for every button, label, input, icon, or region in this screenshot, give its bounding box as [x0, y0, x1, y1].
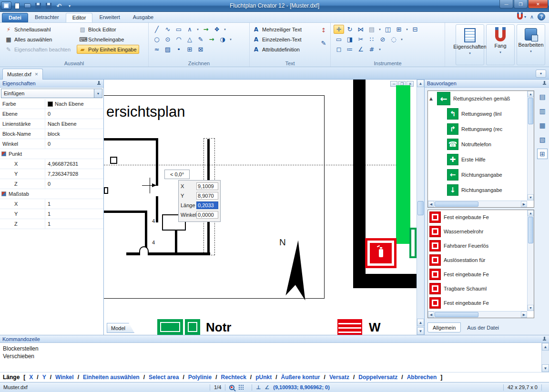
y-input[interactable]: 8,9070 [196, 192, 218, 200]
pin-icon[interactable] [542, 337, 547, 342]
template-item[interactable]: ↰ Rettungsweg (linl [428, 106, 527, 121]
arrow-tool-icon[interactable]: → [201, 25, 211, 34]
list-vertical-scrollbar[interactable]: ▲ ▼ [527, 210, 534, 311]
dropdown-icon[interactable]: ▾ [195, 25, 200, 34]
block-create-icon[interactable]: ⊠ [195, 45, 206, 54]
template-item-root[interactable]: ▲ ← Rettungszeichen gemäß [428, 91, 527, 106]
template-item[interactable]: ✚ Erste Hilfe [428, 152, 527, 167]
poly-einheit-eingabe-button[interactable]: ▰Poly Einheit Eingabe [77, 45, 139, 54]
list-panel-icon[interactable]: ▦ [537, 120, 548, 131]
line-tool-icon[interactable]: ╱ [152, 25, 162, 34]
move-tool-icon[interactable]: ✛ [334, 25, 344, 34]
command-option[interactable]: Abbrechen [401, 374, 437, 381]
tab-datei[interactable]: Datei [2, 13, 28, 22]
property-row[interactable]: Linienstärke Nach Ebene [0, 119, 103, 129]
command-option[interactable]: Einheiten auswählen [78, 374, 140, 381]
property-row[interactable]: X 1 [0, 199, 103, 209]
measure-tool-icon[interactable]: ≔ [345, 45, 355, 54]
copy-tool-icon[interactable]: ◫ [383, 25, 393, 34]
pattern-tool-icon[interactable]: ❖ [212, 25, 222, 34]
ellipse-tool-icon[interactable]: ⊙ [163, 35, 173, 44]
scroll-left-icon[interactable]: ◀ [428, 312, 434, 318]
block-insert-icon[interactable]: ⊞ [184, 45, 195, 54]
scroll-down-icon[interactable]: ▼ [528, 305, 534, 311]
command-option[interactable]: Winkel [50, 374, 74, 381]
offset-tool-icon[interactable]: ∷ [366, 35, 377, 44]
tab-ausgabe[interactable]: Ausgabe [127, 13, 160, 22]
polygon-tool-icon[interactable]: △ [184, 35, 195, 44]
arc-tool-icon[interactable]: ◠ [173, 35, 184, 44]
block-editor-button[interactable]: ▧Block Editor [77, 25, 139, 34]
tab-aus-der-datei[interactable]: Aus der Datei [462, 322, 504, 332]
undo-icon[interactable]: ↶ [54, 1, 64, 10]
property-row[interactable]: Farbe Nach Ebene [0, 99, 103, 109]
open-file-icon[interactable] [23, 1, 32, 10]
command-option[interactable]: Äußere kontur [275, 374, 320, 381]
dropdown-icon[interactable]: ▾ [377, 25, 382, 34]
align-tool-icon[interactable]: ◨ [345, 35, 355, 44]
command-option[interactable]: Doppelversatz [353, 374, 397, 381]
subtract-tool-icon[interactable]: ⊟ [410, 25, 420, 34]
command-option[interactable]: pUnkt [250, 374, 272, 381]
canvas-vertical-scrollbar[interactable]: ▲ ▲ ▼ [417, 80, 424, 335]
qat-dropdown-icon[interactable]: ▾ [65, 1, 74, 10]
grid-tool-icon[interactable]: # [366, 45, 377, 54]
scroll-down-icon[interactable]: ▼ [417, 327, 424, 335]
scroll-down-icon[interactable]: ▼ [528, 194, 534, 201]
expander-icon[interactable]: ▲ [429, 96, 434, 101]
command-option[interactable]: Polylinie [183, 374, 212, 381]
template-item[interactable]: ↓ Richtungsangabe [428, 182, 527, 198]
alles-auswaehlen-button[interactable]: ▦Alles auswählen [3, 35, 73, 44]
bearbeiten-button[interactable]: Bearbeiten ▾ [517, 24, 545, 65]
template-item[interactable]: Wassernebelrohr [428, 224, 527, 239]
property-row[interactable]: Winkel 0 [0, 139, 103, 149]
template-item[interactable]: Fahrbarer Feuerlös [428, 239, 527, 253]
tab-erweitert[interactable]: Erweitert [93, 13, 126, 22]
text-sort-icon[interactable]: ↕ [318, 26, 329, 35]
command-option[interactable]: X [29, 374, 33, 381]
property-row[interactable]: Y 7,236347928 [0, 169, 103, 179]
break-tool-icon[interactable]: ⊘ [377, 35, 388, 44]
scroll-right-icon[interactable]: ▶ [521, 312, 527, 318]
scroll-down-icon[interactable]: ▼ [542, 364, 549, 372]
arrow2-tool-icon[interactable]: → [206, 35, 217, 44]
sketch-tool-icon[interactable]: ✎ [195, 35, 206, 44]
fillet-tool-icon[interactable]: ◌ [388, 35, 399, 44]
command-option[interactable]: Rechteck [215, 374, 246, 381]
scrollbar-thumb[interactable] [417, 201, 424, 215]
circle-tool-icon[interactable]: ○ [152, 35, 162, 44]
eigenschaften-beachten-button[interactable]: ✎Eigenschaften beachten [3, 45, 73, 54]
export-panel-icon[interactable]: ▥ [537, 106, 548, 116]
scroll-left-icon[interactable]: ◀ [428, 201, 434, 207]
array-tool-icon[interactable]: ⊞ [394, 25, 404, 34]
minimize-button[interactable]: — [499, 0, 513, 9]
tab-allgemein[interactable]: Allgemein [427, 322, 461, 332]
help-button[interactable]: ? [538, 13, 545, 20]
new-file-icon[interactable] [12, 1, 22, 10]
print-panel-icon[interactable]: ▤ [537, 91, 548, 102]
command-scrollbar[interactable]: ▲ ▼ [541, 343, 549, 372]
rectangle-tool-icon[interactable]: ▭ [173, 25, 184, 34]
list-horizontal-scrollbar[interactable]: ◀ ▶ [428, 311, 527, 318]
template-item[interactable]: Auslösestation für [428, 253, 527, 267]
model-tab[interactable]: Model [107, 323, 134, 333]
grid-snap-icon[interactable] [238, 384, 244, 390]
drawing-canvas[interactable]: − ❐ ✕ ersichtsplan [104, 80, 417, 335]
trim-tool-icon[interactable]: ✂ [356, 35, 366, 44]
scroll-up-icon[interactable]: ▲ [528, 210, 534, 216]
save-as-icon[interactable] [44, 1, 53, 10]
property-row[interactable]: Block-Name block [0, 129, 103, 139]
scroll-up-icon[interactable]: ▲ [542, 343, 549, 351]
rotate-tool-icon[interactable]: ↻ [345, 25, 355, 34]
eigenschaften-panel-button[interactable]: Eigenschaften ▾ [456, 24, 484, 65]
schnellauswahl-button[interactable]: ⚡Schnellauswahl [3, 25, 73, 34]
pin-icon[interactable] [542, 81, 547, 86]
scroll-up-icon[interactable]: ▲ [417, 319, 424, 326]
layer-tool-icon[interactable]: ▤ [366, 25, 377, 34]
layers-panel-icon[interactable]: ▧ [537, 134, 548, 145]
scrollbar-thumb[interactable] [435, 201, 478, 207]
tab-list-dropdown-icon[interactable]: ▾ [536, 70, 546, 78]
entity-type-select[interactable]: Einfügen ▼ [1, 89, 102, 98]
length-input[interactable]: 0,2033 [196, 201, 218, 209]
scrollbar-thumb[interactable] [528, 98, 533, 124]
